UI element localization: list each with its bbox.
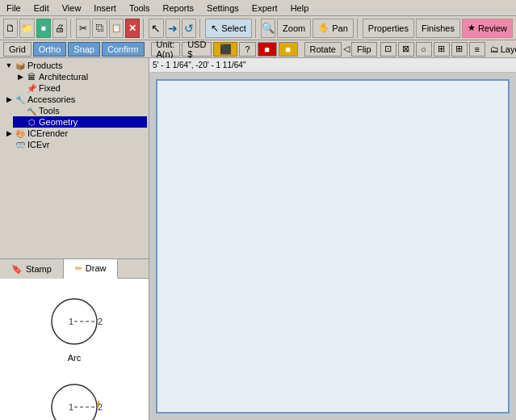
properties-button[interactable]: Properties (363, 19, 414, 38)
arc-tool-icon: 1 2 (18, 287, 131, 351)
pan-label: Pan (332, 23, 348, 33)
icevr-label: ICEvr (27, 140, 50, 149)
refresh-button[interactable]: ↺ (182, 19, 196, 38)
paste-button[interactable]: 📋 (109, 19, 124, 38)
tree-item-products[interactable]: ▼ 📦 Products (2, 60, 147, 71)
tabs: 🔖 Stamp ✏ Draw (0, 259, 149, 279)
extra-icon1: ⊡ (384, 44, 392, 54)
pan-button[interactable]: ✋ Pan (313, 19, 354, 38)
accessories-label: Accessories (27, 94, 75, 104)
canvas-area: 5' - 1 1/64", -20' - 1 11/64" (149, 58, 516, 420)
flip-sep: ◁ (343, 42, 350, 57)
svg-text:2: 2 (98, 317, 103, 326)
arrow-button[interactable]: ➜ (166, 19, 180, 38)
sep5 (357, 19, 359, 38)
extra-icon2: ⊠ (402, 44, 409, 54)
tree-item-icevr[interactable]: ▶ 🥽 ICEvr (2, 139, 147, 150)
save-button[interactable]: ■ (36, 19, 51, 38)
drawing-canvas[interactable] (156, 79, 510, 414)
menu-expert[interactable]: Expert (249, 3, 281, 13)
grid-label: Grid (9, 44, 26, 54)
layers-label: Layers (501, 44, 516, 54)
open-icon: 📁 (21, 23, 33, 34)
finishes-label: Finishes (422, 23, 455, 33)
help-button[interactable]: ? (239, 42, 255, 57)
extra-btn1[interactable]: ⊡ (380, 42, 396, 57)
copy-button[interactable]: ⿻ (92, 19, 107, 38)
menu-reports[interactable]: Reports (160, 3, 198, 13)
icerender-label: ICErender (27, 128, 68, 138)
confirm-button[interactable]: Confirm (102, 42, 145, 57)
review-button[interactable]: ★ Review (462, 19, 513, 38)
flip-icon: ◁ (343, 44, 350, 54)
finishes-button[interactable]: Finishes (416, 19, 460, 38)
cut-icon: ✂ (79, 23, 87, 34)
unit-display: Unit: A(n) (151, 42, 181, 57)
menu-view[interactable]: View (59, 3, 85, 13)
menu-tools[interactable]: Tools (126, 3, 153, 13)
geometry-label: Geometry (39, 117, 78, 127)
layers-area: 🗂 Layers (490, 44, 516, 54)
sep4 (255, 19, 258, 38)
pan-icon: ✋ (318, 23, 329, 33)
zoom-button[interactable]: Zoom (277, 19, 311, 38)
tree-item-icerender[interactable]: ▶ 🎨 ICErender (2, 128, 147, 139)
highlight-icon2: ■ (285, 44, 291, 54)
svg-point-4 (52, 384, 97, 420)
extra-btn3[interactable]: ○ (416, 42, 432, 57)
review-icon: ★ (468, 23, 476, 33)
ortho-button[interactable]: Ortho (33, 42, 67, 57)
help-label: ? (245, 44, 250, 54)
print-button[interactable]: 🖨 (52, 19, 67, 38)
tree-item-geometry[interactable]: ▶ ⬡ Geometry (13, 116, 147, 128)
properties-label: Properties (368, 23, 409, 33)
open-button[interactable]: 📁 (19, 19, 34, 38)
tree-item-fixed[interactable]: ▶ 📌 Fixed (13, 82, 147, 94)
zoom-in-button[interactable]: 🔍 (261, 19, 275, 38)
tree-view: ▼ 📦 Products ▶ 🏛 Architectural ▶ 📌 Fixed… (0, 58, 149, 258)
snap-button[interactable]: Snap (68, 42, 100, 57)
extra-btn4[interactable]: ⊞ (434, 42, 450, 57)
menu-file[interactable]: File (3, 3, 24, 13)
extra-icon3: ○ (421, 44, 426, 54)
rotate-button[interactable]: Rotate (304, 42, 342, 57)
sep3 (199, 19, 202, 38)
zoom-in-icon: 🔍 (262, 22, 275, 34)
menu-insert[interactable]: Insert (90, 3, 120, 13)
flip-button[interactable]: Flip (351, 42, 377, 57)
pointer-button[interactable]: ↖ (149, 19, 163, 38)
tree-item-tools[interactable]: ▶ 🔨 Tools (13, 105, 147, 116)
fixed-icon: 📌 (26, 84, 37, 93)
extra-btn2[interactable]: ⊠ (398, 42, 414, 57)
icerender-expander: ▶ (3, 129, 15, 137)
review-label: Review (478, 23, 507, 33)
grid-button[interactable]: Grid (3, 42, 31, 57)
accessories-expander: ▶ (3, 95, 15, 103)
tree-item-accessories[interactable]: ▶ 🔧 Accessories (2, 94, 147, 105)
num-display[interactable]: ⬛ (213, 42, 237, 57)
tab-draw[interactable]: ✏ Draw (64, 259, 119, 279)
currency-label: USD $ (187, 40, 206, 59)
delete-icon: ✕ (128, 23, 136, 34)
extra-btn6[interactable]: ≡ (469, 42, 485, 57)
highlight-btn2[interactable]: ■ (279, 42, 298, 57)
circle-tool[interactable]: 1 2 Circle (3, 368, 145, 420)
paste-icon: 📋 (111, 23, 121, 32)
highlight-btn1[interactable]: ■ (258, 42, 277, 57)
products-label: Products (27, 61, 62, 70)
products-expander: ▼ (3, 61, 15, 69)
menu-settings[interactable]: Settings (203, 3, 242, 13)
new-button[interactable]: 🗋 (3, 19, 18, 38)
extra-btn5[interactable]: ⊞ (451, 42, 468, 57)
flip-label: Flip (357, 44, 371, 54)
cut-button[interactable]: ✂ (76, 19, 90, 38)
menu-edit[interactable]: Edit (31, 3, 52, 13)
menu-help[interactable]: Help (287, 3, 313, 13)
tools-icon: 🔨 (26, 107, 37, 116)
arc-tool[interactable]: 1 2 Arc (3, 282, 145, 368)
extra-icon4: ⊞ (438, 44, 445, 54)
delete-button[interactable]: ✕ (125, 19, 140, 38)
tab-stamp[interactable]: 🔖 Stamp (0, 259, 64, 279)
select-button[interactable]: ↖ Select (205, 19, 252, 38)
tree-item-architectural[interactable]: ▶ 🏛 Architectural (13, 71, 147, 82)
